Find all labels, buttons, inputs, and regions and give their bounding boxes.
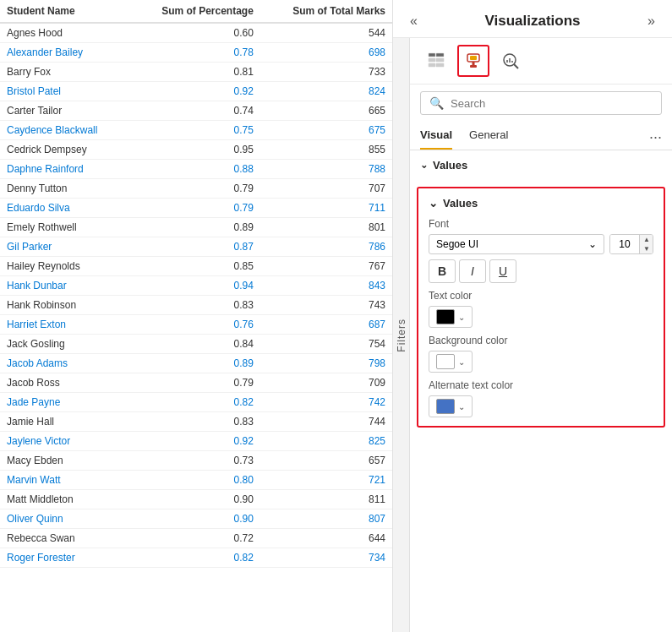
- cell-total: 743: [260, 296, 392, 315]
- table-row[interactable]: Denny Tutton0.79707: [0, 179, 392, 199]
- cell-name: Carter Tailor: [0, 101, 129, 121]
- table-row[interactable]: Harriet Exton0.76687: [0, 315, 392, 335]
- svg-line-11: [514, 64, 518, 68]
- font-size-up-button[interactable]: ▲: [640, 235, 653, 244]
- font-size-arrows: ▲ ▼: [639, 235, 653, 253]
- cell-total: 788: [260, 160, 392, 179]
- tab-general[interactable]: General: [469, 122, 508, 150]
- svg-rect-1: [436, 53, 444, 57]
- cell-pct: 0.79: [129, 179, 260, 199]
- values-section-header[interactable]: ⌄ Values: [420, 159, 662, 172]
- cell-total: 843: [260, 276, 392, 296]
- table-row[interactable]: Roger Forester0.82734: [0, 548, 392, 568]
- svg-rect-3: [436, 58, 444, 62]
- table-row[interactable]: Bristol Patel0.92824: [0, 82, 392, 101]
- cell-total: 734: [260, 548, 392, 568]
- toolbar-format-icon[interactable]: [457, 45, 489, 77]
- table-row[interactable]: Jade Payne0.82742: [0, 393, 392, 412]
- cell-pct: 0.92: [129, 82, 260, 101]
- table-row[interactable]: Gil Parker0.87786: [0, 237, 392, 257]
- alt-text-color-button[interactable]: ⌄: [429, 395, 473, 417]
- table-row[interactable]: Cedrick Dempsey0.95855: [0, 140, 392, 160]
- cell-pct: 0.87: [129, 237, 260, 257]
- table-row[interactable]: Jamie Hall0.83744: [0, 412, 392, 432]
- table-row[interactable]: Carter Tailor0.74665: [0, 101, 392, 121]
- cell-name: Caydence Blackwall: [0, 121, 129, 140]
- table-row[interactable]: Oliver Quinn0.90807: [0, 509, 392, 529]
- table-row[interactable]: Rebecca Swan0.72644: [0, 529, 392, 548]
- table-row[interactable]: Emely Rothwell0.89801: [0, 218, 392, 237]
- svg-rect-7: [470, 56, 477, 60]
- toolbar-table-icon[interactable]: [420, 45, 452, 77]
- table-row[interactable]: Caydence Blackwall0.75675: [0, 121, 392, 140]
- cell-total: 665: [260, 101, 392, 121]
- cell-total: 544: [260, 23, 392, 43]
- table-row[interactable]: Agnes Hood0.60544: [0, 23, 392, 43]
- font-size-down-button[interactable]: ▼: [640, 244, 653, 253]
- cell-name: Barry Fox: [0, 63, 129, 82]
- viz-header: « Visualizations »: [393, 0, 672, 38]
- table-row[interactable]: Hailey Reynolds0.85767: [0, 257, 392, 276]
- viz-nav-next[interactable]: »: [644, 12, 658, 30]
- viz-body: Filters: [393, 38, 672, 632]
- table-row[interactable]: Macy Ebden0.73657: [0, 451, 392, 471]
- cell-total: 807: [260, 509, 392, 529]
- cell-pct: 0.60: [129, 23, 260, 43]
- table-row[interactable]: Hank Robinson0.83743: [0, 296, 392, 315]
- cell-name: Gil Parker: [0, 237, 129, 257]
- toolbar-analytics-icon[interactable]: [494, 45, 527, 77]
- bg-color-label: Background color: [429, 335, 653, 346]
- viz-search-bar[interactable]: 🔍: [420, 91, 662, 115]
- table-row[interactable]: Matt Middleton0.90811: [0, 490, 392, 509]
- cell-name: Jaylene Victor: [0, 432, 129, 451]
- table-panel: Student Name Sum of Percentage Sum of To…: [0, 0, 393, 632]
- text-color-row: ⌄: [429, 306, 653, 328]
- cell-pct: 0.83: [129, 412, 260, 432]
- text-color-button[interactable]: ⌄: [429, 306, 473, 328]
- table-row[interactable]: Jaylene Victor0.92825: [0, 432, 392, 451]
- font-size-input[interactable]: [610, 235, 639, 253]
- search-input[interactable]: [451, 97, 653, 110]
- table-row[interactable]: Daphne Rainford0.88788: [0, 160, 392, 179]
- values-subsection-header[interactable]: ⌄ Values: [429, 197, 653, 210]
- table-row[interactable]: Eduardo Silva0.79711: [0, 199, 392, 218]
- cell-total: 733: [260, 63, 392, 82]
- tab-visual[interactable]: Visual: [420, 122, 452, 150]
- cell-total: 687: [260, 315, 392, 335]
- table-row[interactable]: Barry Fox0.81733: [0, 63, 392, 82]
- tab-more-button[interactable]: ...: [649, 125, 662, 146]
- values-chevron-icon: ⌄: [420, 160, 428, 171]
- italic-button[interactable]: I: [459, 259, 486, 283]
- underline-button[interactable]: U: [489, 259, 516, 283]
- svg-rect-2: [429, 58, 435, 62]
- cell-pct: 0.75: [129, 121, 260, 140]
- cell-total: 855: [260, 140, 392, 160]
- cell-pct: 0.90: [129, 490, 260, 509]
- viz-nav-prev[interactable]: «: [407, 12, 421, 30]
- cell-name: Harriet Exton: [0, 315, 129, 335]
- bg-color-button[interactable]: ⌄: [429, 351, 473, 373]
- cell-pct: 0.79: [129, 199, 260, 218]
- table-row[interactable]: Jacob Ross0.79709: [0, 373, 392, 393]
- table-row[interactable]: Hank Dunbar0.94843: [0, 276, 392, 296]
- cell-name: Oliver Quinn: [0, 509, 129, 529]
- cell-pct: 0.73: [129, 451, 260, 471]
- cell-pct: 0.92: [129, 432, 260, 451]
- table-row[interactable]: Alexander Bailey0.78698: [0, 43, 392, 63]
- cell-name: Daphne Rainford: [0, 160, 129, 179]
- cell-pct: 0.85: [129, 257, 260, 276]
- font-family-dropdown[interactable]: Segoe UI ⌄: [429, 234, 604, 254]
- viz-content: 🔍 Visual General ... ⌄ Values: [410, 38, 672, 632]
- cell-total: 825: [260, 432, 392, 451]
- cell-total: 711: [260, 199, 392, 218]
- font-size-input-group: ▲ ▼: [609, 234, 653, 254]
- bold-button[interactable]: B: [429, 259, 456, 283]
- cell-name: Eduardo Silva: [0, 199, 129, 218]
- table-row[interactable]: Jacob Adams0.89798: [0, 354, 392, 373]
- table-row[interactable]: Jack Gosling0.84754: [0, 335, 392, 354]
- cell-name: Agnes Hood: [0, 23, 129, 43]
- values-outer-section: ⌄ Values: [410, 150, 672, 187]
- cell-name: Denny Tutton: [0, 179, 129, 199]
- table-row[interactable]: Marvin Watt0.80721: [0, 471, 392, 490]
- svg-rect-0: [429, 53, 435, 57]
